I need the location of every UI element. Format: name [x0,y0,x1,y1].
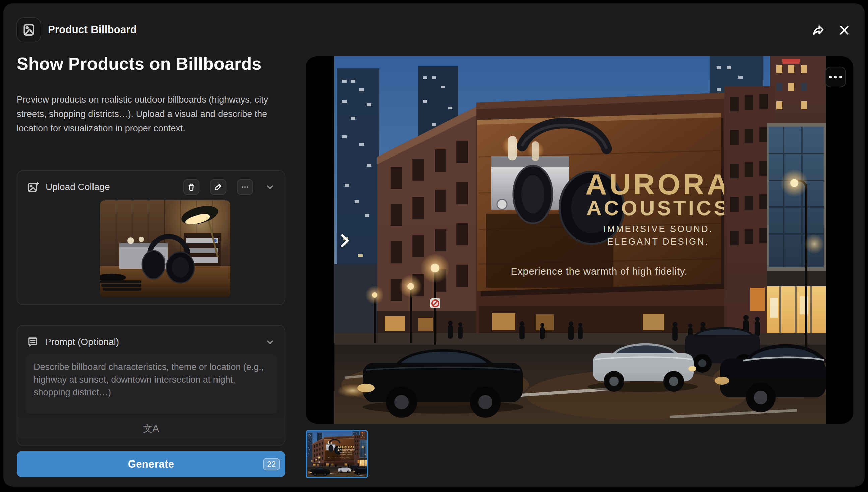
product-billboard-modal: Product Billboard Show Products on Billb… [3,3,865,487]
next-image-button[interactable] [337,232,352,249]
translate-prompt-button[interactable]: 文A [18,418,284,439]
prompt-input[interactable] [25,354,277,414]
ellipsis-icon [834,76,837,78]
app-icon-tile [17,18,41,42]
prompt-chat-icon [27,336,39,348]
preview-canvas [306,56,853,424]
upload-more-options-button[interactable] [237,179,253,195]
delete-upload-button[interactable] [183,179,199,195]
pencil-icon [214,183,223,191]
result-thumbnail-image [307,431,367,477]
upload-card-title: Upload Collage [46,182,109,192]
uploaded-collage-image [100,200,230,297]
chevron-down-icon [265,337,275,347]
edit-upload-button[interactable] [210,179,226,195]
translate-icon: 文A [143,422,159,435]
page-description: Preview products on realistic outdoor bi… [17,93,285,136]
window-title: Product Billboard [48,18,137,42]
chevron-down-icon [265,182,275,192]
generate-label: Generate [128,458,174,470]
generate-button[interactable]: Generate 22 [17,451,285,477]
ellipsis-icon [839,76,842,78]
image-icon [22,23,35,36]
share-button[interactable] [810,21,827,39]
prompt-card: Prompt (Optional) 文A [17,325,285,446]
credit-cost-badge: 22 [263,458,280,470]
upload-collapse-toggle[interactable] [265,182,275,192]
uploaded-collage-thumbnail[interactable] [100,200,230,297]
close-button[interactable] [836,21,853,39]
result-thumbnail-strip [306,430,368,478]
upload-collage-card: Upload Collage [17,170,285,305]
result-thumbnail-selected[interactable] [306,430,368,478]
generated-billboard-image[interactable] [334,56,826,424]
prompt-collapse-toggle[interactable] [265,337,275,347]
prompt-card-header[interactable]: Prompt (Optional) [18,326,284,358]
ellipsis-icon [829,76,832,78]
preview-more-options-button[interactable] [825,67,846,88]
upload-card-header[interactable]: Upload Collage [18,171,284,203]
chevron-right-icon [340,233,350,248]
trash-icon [187,183,196,191]
page-title: Show Products on Billboards [17,54,278,74]
close-icon [838,24,850,36]
prompt-card-title: Prompt (Optional) [45,337,119,347]
image-plus-icon [27,181,40,193]
share-icon [812,24,825,36]
ellipsis-icon [241,183,249,191]
